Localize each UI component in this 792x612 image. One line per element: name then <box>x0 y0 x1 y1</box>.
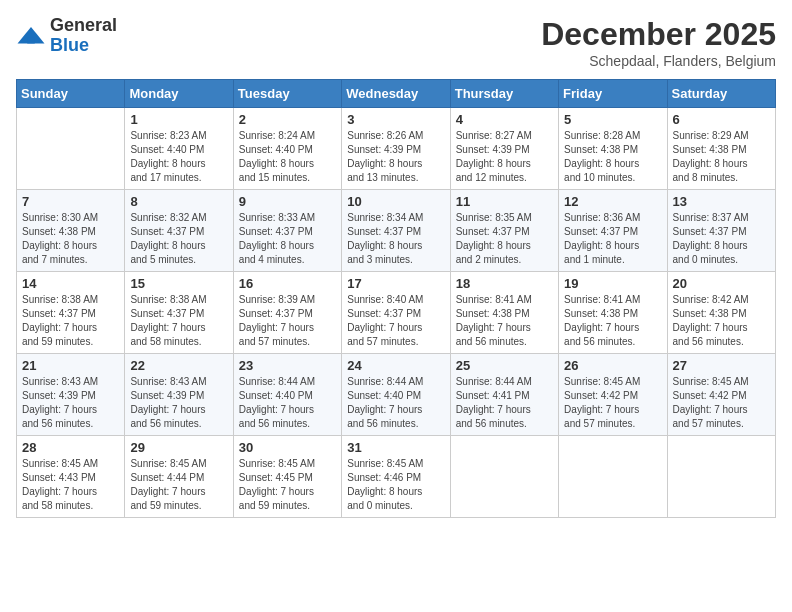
calendar-cell: 18Sunrise: 8:41 AM Sunset: 4:38 PM Dayli… <box>450 272 558 354</box>
calendar-cell: 22Sunrise: 8:43 AM Sunset: 4:39 PM Dayli… <box>125 354 233 436</box>
title-block: December 2025 Schepdaal, Flanders, Belgi… <box>541 16 776 69</box>
calendar-cell: 10Sunrise: 8:34 AM Sunset: 4:37 PM Dayli… <box>342 190 450 272</box>
day-number: 19 <box>564 276 661 291</box>
day-number: 1 <box>130 112 227 127</box>
day-number: 10 <box>347 194 444 209</box>
calendar-cell: 28Sunrise: 8:45 AM Sunset: 4:43 PM Dayli… <box>17 436 125 518</box>
day-info: Sunrise: 8:45 AM Sunset: 4:45 PM Dayligh… <box>239 457 336 513</box>
page-header: General Blue December 2025 Schepdaal, Fl… <box>16 16 776 69</box>
calendar-cell: 17Sunrise: 8:40 AM Sunset: 4:37 PM Dayli… <box>342 272 450 354</box>
day-number: 28 <box>22 440 119 455</box>
location: Schepdaal, Flanders, Belgium <box>541 53 776 69</box>
day-info: Sunrise: 8:45 AM Sunset: 4:44 PM Dayligh… <box>130 457 227 513</box>
calendar-cell: 14Sunrise: 8:38 AM Sunset: 4:37 PM Dayli… <box>17 272 125 354</box>
logo-blue: Blue <box>50 36 117 56</box>
calendar-cell: 21Sunrise: 8:43 AM Sunset: 4:39 PM Dayli… <box>17 354 125 436</box>
calendar-cell: 19Sunrise: 8:41 AM Sunset: 4:38 PM Dayli… <box>559 272 667 354</box>
day-number: 29 <box>130 440 227 455</box>
weekday-header: Friday <box>559 80 667 108</box>
calendar-week-row: 14Sunrise: 8:38 AM Sunset: 4:37 PM Dayli… <box>17 272 776 354</box>
day-info: Sunrise: 8:42 AM Sunset: 4:38 PM Dayligh… <box>673 293 770 349</box>
weekday-header: Sunday <box>17 80 125 108</box>
weekday-header: Wednesday <box>342 80 450 108</box>
day-number: 30 <box>239 440 336 455</box>
day-info: Sunrise: 8:33 AM Sunset: 4:37 PM Dayligh… <box>239 211 336 267</box>
calendar-cell <box>667 436 775 518</box>
day-info: Sunrise: 8:45 AM Sunset: 4:43 PM Dayligh… <box>22 457 119 513</box>
day-number: 31 <box>347 440 444 455</box>
day-number: 15 <box>130 276 227 291</box>
day-number: 26 <box>564 358 661 373</box>
day-info: Sunrise: 8:38 AM Sunset: 4:37 PM Dayligh… <box>130 293 227 349</box>
day-number: 4 <box>456 112 553 127</box>
day-info: Sunrise: 8:23 AM Sunset: 4:40 PM Dayligh… <box>130 129 227 185</box>
calendar-cell: 8Sunrise: 8:32 AM Sunset: 4:37 PM Daylig… <box>125 190 233 272</box>
day-info: Sunrise: 8:29 AM Sunset: 4:38 PM Dayligh… <box>673 129 770 185</box>
calendar-cell <box>450 436 558 518</box>
day-number: 25 <box>456 358 553 373</box>
day-info: Sunrise: 8:28 AM Sunset: 4:38 PM Dayligh… <box>564 129 661 185</box>
day-info: Sunrise: 8:45 AM Sunset: 4:42 PM Dayligh… <box>673 375 770 431</box>
calendar-week-row: 21Sunrise: 8:43 AM Sunset: 4:39 PM Dayli… <box>17 354 776 436</box>
day-info: Sunrise: 8:43 AM Sunset: 4:39 PM Dayligh… <box>22 375 119 431</box>
calendar-cell: 23Sunrise: 8:44 AM Sunset: 4:40 PM Dayli… <box>233 354 341 436</box>
calendar-cell: 7Sunrise: 8:30 AM Sunset: 4:38 PM Daylig… <box>17 190 125 272</box>
calendar-cell <box>17 108 125 190</box>
weekday-header: Thursday <box>450 80 558 108</box>
day-info: Sunrise: 8:35 AM Sunset: 4:37 PM Dayligh… <box>456 211 553 267</box>
calendar-cell: 24Sunrise: 8:44 AM Sunset: 4:40 PM Dayli… <box>342 354 450 436</box>
calendar-cell: 4Sunrise: 8:27 AM Sunset: 4:39 PM Daylig… <box>450 108 558 190</box>
calendar-cell: 30Sunrise: 8:45 AM Sunset: 4:45 PM Dayli… <box>233 436 341 518</box>
month-title: December 2025 <box>541 16 776 53</box>
day-number: 11 <box>456 194 553 209</box>
day-number: 2 <box>239 112 336 127</box>
day-number: 24 <box>347 358 444 373</box>
day-info: Sunrise: 8:34 AM Sunset: 4:37 PM Dayligh… <box>347 211 444 267</box>
day-info: Sunrise: 8:45 AM Sunset: 4:42 PM Dayligh… <box>564 375 661 431</box>
day-info: Sunrise: 8:30 AM Sunset: 4:38 PM Dayligh… <box>22 211 119 267</box>
weekday-header: Tuesday <box>233 80 341 108</box>
day-info: Sunrise: 8:32 AM Sunset: 4:37 PM Dayligh… <box>130 211 227 267</box>
svg-rect-2 <box>27 37 35 43</box>
day-info: Sunrise: 8:44 AM Sunset: 4:41 PM Dayligh… <box>456 375 553 431</box>
day-number: 21 <box>22 358 119 373</box>
day-number: 6 <box>673 112 770 127</box>
day-info: Sunrise: 8:39 AM Sunset: 4:37 PM Dayligh… <box>239 293 336 349</box>
calendar-cell: 1Sunrise: 8:23 AM Sunset: 4:40 PM Daylig… <box>125 108 233 190</box>
day-number: 5 <box>564 112 661 127</box>
day-number: 14 <box>22 276 119 291</box>
day-number: 20 <box>673 276 770 291</box>
calendar-header-row: SundayMondayTuesdayWednesdayThursdayFrid… <box>17 80 776 108</box>
day-info: Sunrise: 8:24 AM Sunset: 4:40 PM Dayligh… <box>239 129 336 185</box>
calendar-cell: 20Sunrise: 8:42 AM Sunset: 4:38 PM Dayli… <box>667 272 775 354</box>
logo-text: General Blue <box>50 16 117 56</box>
calendar-cell: 31Sunrise: 8:45 AM Sunset: 4:46 PM Dayli… <box>342 436 450 518</box>
day-number: 18 <box>456 276 553 291</box>
calendar-cell: 27Sunrise: 8:45 AM Sunset: 4:42 PM Dayli… <box>667 354 775 436</box>
day-number: 23 <box>239 358 336 373</box>
day-number: 13 <box>673 194 770 209</box>
day-number: 12 <box>564 194 661 209</box>
calendar-cell: 2Sunrise: 8:24 AM Sunset: 4:40 PM Daylig… <box>233 108 341 190</box>
day-info: Sunrise: 8:26 AM Sunset: 4:39 PM Dayligh… <box>347 129 444 185</box>
calendar-cell: 26Sunrise: 8:45 AM Sunset: 4:42 PM Dayli… <box>559 354 667 436</box>
calendar-cell: 5Sunrise: 8:28 AM Sunset: 4:38 PM Daylig… <box>559 108 667 190</box>
calendar-cell: 15Sunrise: 8:38 AM Sunset: 4:37 PM Dayli… <box>125 272 233 354</box>
day-info: Sunrise: 8:45 AM Sunset: 4:46 PM Dayligh… <box>347 457 444 513</box>
day-info: Sunrise: 8:43 AM Sunset: 4:39 PM Dayligh… <box>130 375 227 431</box>
calendar-cell: 16Sunrise: 8:39 AM Sunset: 4:37 PM Dayli… <box>233 272 341 354</box>
day-number: 17 <box>347 276 444 291</box>
day-info: Sunrise: 8:44 AM Sunset: 4:40 PM Dayligh… <box>347 375 444 431</box>
calendar-week-row: 28Sunrise: 8:45 AM Sunset: 4:43 PM Dayli… <box>17 436 776 518</box>
calendar-cell: 13Sunrise: 8:37 AM Sunset: 4:37 PM Dayli… <box>667 190 775 272</box>
logo: General Blue <box>16 16 117 56</box>
calendar-cell <box>559 436 667 518</box>
day-number: 7 <box>22 194 119 209</box>
weekday-header: Monday <box>125 80 233 108</box>
weekday-header: Saturday <box>667 80 775 108</box>
calendar-cell: 6Sunrise: 8:29 AM Sunset: 4:38 PM Daylig… <box>667 108 775 190</box>
day-number: 9 <box>239 194 336 209</box>
day-info: Sunrise: 8:27 AM Sunset: 4:39 PM Dayligh… <box>456 129 553 185</box>
calendar-week-row: 7Sunrise: 8:30 AM Sunset: 4:38 PM Daylig… <box>17 190 776 272</box>
calendar-table: SundayMondayTuesdayWednesdayThursdayFrid… <box>16 79 776 518</box>
